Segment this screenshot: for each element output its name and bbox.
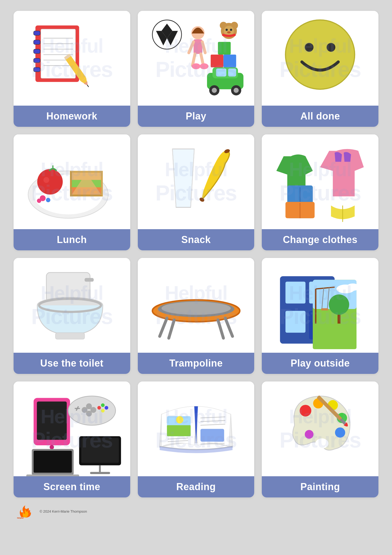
- svg-rect-121: [26, 475, 79, 477]
- svg-point-107: [50, 445, 54, 449]
- svg-point-83: [161, 302, 231, 315]
- svg-rect-31: [223, 55, 236, 67]
- svg-point-55: [43, 177, 49, 183]
- card-image-play-outside: HelpfulPictures: [262, 258, 378, 353]
- svg-point-29: [200, 63, 208, 69]
- footer: Helpful TEAM pictures © 2024 Kerri-Marie…: [14, 504, 378, 519]
- svg-rect-46: [216, 68, 226, 77]
- svg-rect-8: [34, 31, 40, 35]
- svg-point-98: [329, 294, 349, 315]
- svg-point-128: [176, 416, 183, 424]
- page: HelpfulPictures: [0, 0, 392, 555]
- card-label-painting: Painting: [262, 476, 378, 497]
- card-play: HelpfulPictures: [138, 11, 254, 127]
- svg-point-114: [101, 403, 104, 407]
- svg-rect-91: [286, 311, 306, 333]
- svg-line-17: [87, 85, 88, 87]
- svg-rect-12: [34, 67, 40, 72]
- card-screen-time: HelpfulPictures: [14, 381, 130, 497]
- svg-rect-30: [211, 55, 223, 67]
- card-label-play: Play: [138, 106, 254, 127]
- card-change-clothes: HelpfulPictures: [262, 134, 378, 250]
- svg-point-53: [37, 169, 63, 195]
- card-all-done: HelpfulPictures All done: [262, 11, 378, 127]
- svg-rect-9: [34, 40, 40, 44]
- svg-rect-125: [90, 472, 110, 474]
- card-label-change-clothes: Change clothes: [262, 229, 378, 250]
- svg-point-142: [305, 430, 314, 439]
- footer-logo: Helpful TEAM pictures: [16, 504, 37, 519]
- svg-point-63: [46, 198, 50, 202]
- card-reading: HelpfulPictures: [138, 381, 254, 497]
- svg-rect-1: [41, 29, 76, 78]
- svg-point-48: [286, 20, 355, 89]
- card-lunch: HelpfulPictures: [14, 134, 130, 250]
- svg-point-39: [227, 31, 231, 33]
- svg-rect-104: [313, 329, 356, 349]
- card-image-play: HelpfulPictures: [138, 11, 254, 106]
- svg-point-137: [300, 405, 311, 417]
- card-image-homework: HelpfulPictures: [14, 11, 130, 106]
- card-label-homework: Homework: [14, 106, 130, 127]
- card-label-lunch: Lunch: [14, 229, 130, 250]
- svg-rect-103: [321, 308, 328, 310]
- card-label-reading: Reading: [138, 476, 254, 497]
- card-label-use-the-toilet: Use the toilet: [14, 353, 130, 374]
- svg-line-87: [218, 320, 223, 338]
- card-use-the-toilet: HelpfulPictures Use the toilet: [14, 258, 130, 374]
- svg-rect-123: [81, 438, 119, 463]
- svg-line-25: [202, 42, 205, 53]
- svg-rect-32: [218, 42, 231, 55]
- card-image-lunch: HelpfulPictures: [14, 134, 130, 229]
- svg-rect-127: [167, 425, 190, 436]
- svg-rect-79: [85, 278, 94, 282]
- svg-point-96: [346, 283, 359, 291]
- svg-point-43: [212, 88, 217, 93]
- svg-rect-11: [34, 58, 40, 63]
- card-image-snack: HelpfulPictures: [138, 134, 254, 229]
- card-label-screen-time: Screen time: [14, 476, 130, 497]
- card-image-reading: HelpfulPictures: [138, 381, 254, 476]
- svg-line-84: [160, 318, 167, 336]
- svg-point-37: [225, 29, 228, 31]
- card-image-all-done: HelpfulPictures: [262, 11, 378, 106]
- svg-point-136: [315, 439, 329, 449]
- svg-rect-106: [37, 402, 67, 440]
- svg-point-49: [305, 43, 314, 52]
- card-label-play-outside: Play outside: [262, 353, 378, 374]
- card-label-all-done: All done: [262, 106, 378, 127]
- svg-point-115: [105, 406, 108, 409]
- card-grid: HelpfulPictures: [14, 11, 378, 497]
- svg-rect-89: [286, 282, 306, 304]
- svg-point-141: [335, 427, 345, 438]
- svg-point-45: [234, 88, 239, 93]
- card-image-screen-time: HelpfulPictures: [14, 381, 130, 476]
- svg-rect-134: [200, 429, 224, 442]
- card-image-change-clothes: HelpfulPictures: [262, 134, 378, 229]
- svg-point-64: [37, 198, 41, 203]
- svg-point-116: [101, 409, 104, 412]
- svg-rect-80: [55, 333, 84, 339]
- svg-text:Helpful: Helpful: [17, 517, 24, 519]
- card-homework: HelpfulPictures: [14, 11, 130, 127]
- svg-rect-120: [34, 451, 72, 473]
- svg-point-112: [86, 411, 92, 417]
- card-image-use-the-toilet: HelpfulPictures: [14, 258, 130, 353]
- card-painting: HelpfulPictures: [262, 381, 378, 497]
- card-image-painting: HelpfulPictures: [262, 381, 378, 476]
- card-image-trampoline: HelpfulPictures: [138, 258, 254, 353]
- card-snack: HelpfulPictures Snack: [138, 134, 254, 250]
- svg-line-24: [189, 42, 193, 53]
- svg-rect-47: [228, 68, 236, 77]
- svg-point-113: [97, 406, 101, 409]
- svg-point-50: [327, 43, 335, 52]
- card-label-trampoline: Trampoline: [138, 353, 254, 374]
- svg-point-38: [230, 29, 232, 31]
- svg-line-85: [225, 318, 232, 336]
- card-play-outside: HelpfulPictures: [262, 258, 378, 374]
- card-trampoline: HelpfulPictures Trampoline: [138, 258, 254, 374]
- svg-line-86: [169, 320, 174, 338]
- svg-rect-10: [34, 49, 40, 53]
- footer-copyright: © 2024 Kerri-Marie Thompson: [40, 509, 87, 513]
- card-label-snack: Snack: [138, 229, 254, 250]
